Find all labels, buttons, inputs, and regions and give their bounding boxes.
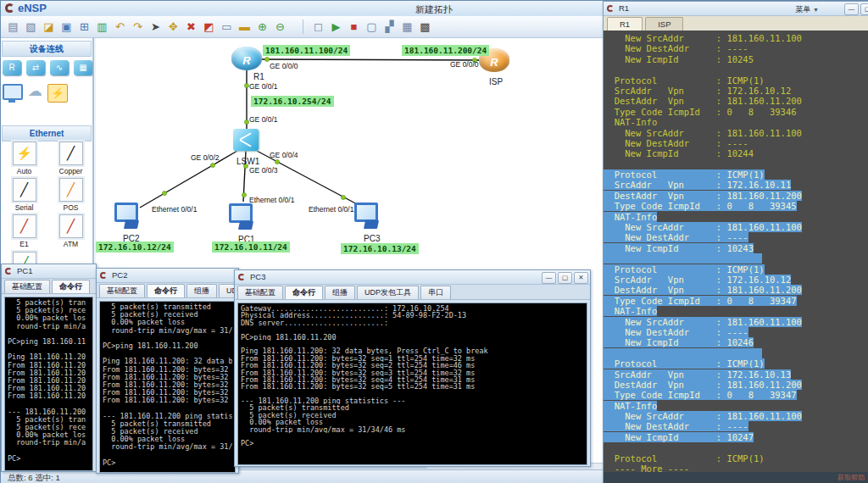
pc1-window-titlebar[interactable]: PC1	[2, 264, 96, 279]
r1-console-window[interactable]: R1 菜单 ▼ — ▢ R1ISP New SrcAddr : 181.160.…	[603, 1, 868, 483]
eraser-icon[interactable]: ◩	[202, 19, 216, 34]
pc3-tab[interactable]: 命令行	[285, 286, 323, 299]
link-type-cell: ╱ ATM	[59, 214, 83, 248]
pc2-terminal[interactable]: 5 packet(s) transmitted 5 packet(s) rece…	[99, 301, 236, 473]
ip-note-pc2[interactable]: 172.16.10.12/24	[96, 242, 174, 253]
pc2-window[interactable]: PC2 基础配置命令行组播UDP发包工具 5 packet(s) transmi…	[96, 268, 239, 474]
link-lsw1-pc2[interactable]	[140, 151, 237, 208]
pc2-tab[interactable]: 命令行	[147, 284, 185, 297]
r1-terminal[interactable]: New SrcAddr : 181.160.11.100 New DestAdd…	[604, 31, 868, 476]
maximize-button[interactable]: ▢	[860, 3, 868, 15]
pc2-tab[interactable]: 组播	[186, 284, 217, 297]
terminal-line: DestAddr Vpn : 181.160.11.200	[604, 191, 868, 201]
pc3-window-titlebar[interactable]: PC3 — ▢ ✕	[235, 270, 590, 285]
router-category-icon[interactable]: R	[3, 60, 21, 75]
start-device-icon[interactable]: ▶	[329, 19, 343, 34]
terminal-line: 5 packet(s) received	[103, 428, 232, 436]
pc1-device[interactable]	[229, 202, 258, 232]
link-r1-isp[interactable]	[262, 59, 479, 60]
link-type-button[interactable]: ╱	[59, 214, 83, 238]
capture-icon[interactable]: ▩	[418, 19, 432, 34]
auto-connect-icon[interactable]: ⚡	[47, 84, 68, 103]
save-icon[interactable]: ▣	[59, 19, 74, 34]
terminal-line: From 181.160.11.20	[8, 377, 90, 385]
firewall-category-icon[interactable]: ▦	[74, 60, 92, 75]
r1-window-titlebar[interactable]: R1 菜单 ▼ — ▢	[604, 2, 868, 16]
grid-icon[interactable]: ▦	[400, 19, 415, 34]
pc2-tab[interactable]: 基础配置	[99, 284, 145, 297]
terminal-line: DestAddr Vpn : 181.160.11.200	[604, 285, 868, 295]
topology-view-icon[interactable]: ▞	[382, 19, 397, 34]
select-icon[interactable]: ➤	[148, 19, 163, 34]
ip-note-pc1[interactable]: 172.16.10.11/24	[212, 242, 290, 253]
ip-note-isp[interactable]: 181.160.11.200/24	[402, 45, 489, 56]
link-type-cell: ╱ E1	[13, 214, 36, 248]
switch-lsw1[interactable]	[233, 129, 259, 151]
pc3-tab[interactable]: 基础配置	[237, 286, 283, 299]
console-icon[interactable]: ▢	[364, 19, 379, 34]
link-type-label: E1	[13, 240, 36, 248]
pc2-device[interactable]	[114, 201, 143, 231]
link-type-button[interactable]: ⚡	[13, 142, 36, 165]
console-menu-button[interactable]: 菜单 ▼	[796, 3, 819, 17]
zoom-out-icon[interactable]: ⊖	[273, 19, 287, 34]
pc1-window[interactable]: PC1 基础配置命令行 5 packet(s) tran 5 packet(s)…	[1, 264, 97, 472]
device-category-row: R ⇄ ∿ ▦	[3, 60, 92, 75]
terminal-line: From 181.160.11.200: bytes=32 s	[103, 381, 232, 389]
terminal-line: 0.00% packet loss	[241, 419, 584, 425]
undo-icon[interactable]: ↶	[113, 19, 127, 34]
switch-category-icon[interactable]: ⇄	[26, 60, 45, 75]
save-as-icon[interactable]: ⊞	[77, 19, 92, 34]
pc3-tab[interactable]: UDP发包工具	[357, 286, 419, 299]
pc1-tab[interactable]: 命令行	[52, 280, 90, 293]
new-topology-icon[interactable]: ▤	[6, 19, 20, 34]
link-type-button[interactable]: ╱	[59, 142, 83, 165]
router-r1[interactable]: R	[231, 47, 262, 70]
terminal-line: Protocol : ICMP(1)	[604, 453, 868, 464]
pc3-terminal[interactable]: Gateway..........................: 172.1…	[237, 303, 587, 465]
stop-device-icon[interactable]: ■	[347, 19, 361, 34]
zoom-in-icon[interactable]: ⊕	[255, 19, 270, 34]
terminal-line: --- 181.160.11.200	[8, 408, 90, 416]
print-icon[interactable]: ▥	[95, 19, 109, 34]
pc3-device[interactable]	[354, 201, 383, 231]
close-button[interactable]: ✕	[574, 272, 588, 284]
terminal-line	[241, 391, 584, 397]
ip-note-r1-lan[interactable]: 172.16.10.254/24	[251, 96, 334, 107]
terminal-line: From 181.160.11.200: bytes=32 seq=5 ttl=…	[241, 383, 584, 390]
minimize-button[interactable]: —	[844, 3, 859, 15]
text-box-icon[interactable]: ▭	[220, 19, 234, 34]
pc3-tab[interactable]: 组播	[325, 286, 355, 299]
terminal-line: PC>ping 181.160.11	[8, 338, 90, 346]
redo-icon[interactable]: ↷	[131, 19, 145, 34]
pc1-tab[interactable]: 基础配置	[4, 280, 50, 293]
terminal-line: NAT-Info	[604, 212, 868, 222]
terminal-line: 5 packet(s) received	[241, 412, 584, 419]
pc2-window-titlebar[interactable]: PC2	[97, 269, 238, 283]
new-test-icon[interactable]: ▧	[24, 19, 38, 34]
link-type-button[interactable]: ╱	[13, 178, 36, 202]
pan-icon[interactable]: ✥	[166, 19, 181, 34]
ip-note-pc3[interactable]: 172.16.10.13/24	[341, 243, 419, 254]
link-type-button[interactable]: ╱	[59, 178, 83, 202]
open-icon[interactable]: ◪	[42, 19, 56, 34]
terminal-category-icon[interactable]	[3, 84, 23, 100]
fit-view-icon[interactable]: ◻	[303, 19, 326, 34]
terminal-line: From 181.160.11.200: bytes=32 seq=3 ttl=…	[241, 369, 584, 376]
ip-note-r1-wan[interactable]: 181.160.11.100/24	[263, 45, 350, 56]
pc3-tab[interactable]: 串口	[420, 286, 451, 299]
link-type-button[interactable]: ╱	[13, 214, 36, 238]
delete-icon[interactable]: ✖	[184, 19, 198, 34]
console-tab[interactable]: ISP	[645, 17, 683, 31]
maximize-button[interactable]: ▢	[558, 272, 572, 284]
note-icon[interactable]: ▬	[237, 19, 252, 34]
console-tab[interactable]: R1	[607, 17, 643, 31]
pc1-terminal[interactable]: 5 packet(s) tran 5 packet(s) rece 0.00% …	[4, 297, 93, 471]
chevron-down-icon: ▼	[813, 7, 819, 13]
terminal-line	[103, 452, 232, 459]
console-help-link[interactable]: 获取帮助	[837, 474, 865, 481]
cloud-category-icon[interactable]: ☁	[28, 84, 42, 103]
pc3-window[interactable]: PC3 — ▢ ✕ 基础配置命令行组播UDP发包工具串口 Gateway....…	[234, 269, 591, 467]
minimize-button[interactable]: —	[542, 272, 556, 284]
wlan-category-icon[interactable]: ∿	[50, 60, 69, 75]
